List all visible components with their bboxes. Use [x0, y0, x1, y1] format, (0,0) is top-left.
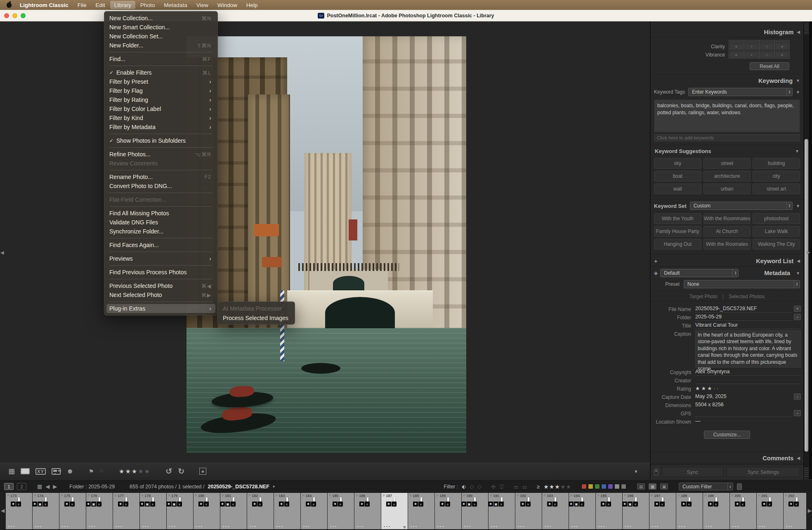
people-view-icon[interactable]: ☻: [66, 468, 74, 475]
develop-adjustment-badge-icon[interactable]: ±: [579, 502, 584, 506]
loupe-photo-venice-canal[interactable]: [186, 36, 466, 453]
filmstrip-thumbnail-cell[interactable]: ⚐ 176 ⬥ ▣ ± ⋆⋆⋆: [86, 493, 113, 529]
menu-item[interactable]: Filter by Color Label ›: [106, 104, 215, 113]
rating-operator[interactable]: ≥: [537, 484, 540, 490]
thumbnail-rating-stars[interactable]: ⋆⋆⋆: [354, 525, 364, 528]
metadata-field-action-icon[interactable]: →: [794, 410, 801, 416]
keyword-tags-mode-dropdown[interactable]: Enter Keywords: [688, 88, 793, 96]
stepper-icon[interactable]: [732, 269, 738, 277]
develop-adjustment-badge-icon[interactable]: ±: [257, 502, 262, 506]
menu-item[interactable]: Filter by Flag ›: [106, 86, 215, 95]
metadata-field-value[interactable]: —: [695, 418, 801, 425]
stepper-icon[interactable]: [794, 280, 800, 288]
menubar-item-library[interactable]: Library: [110, 1, 135, 9]
metadata-view-switch-icon[interactable]: ◈: [654, 270, 658, 276]
keyword-tag-badge-icon[interactable]: ⬥: [413, 502, 418, 506]
crop-badge-icon[interactable]: ▣: [493, 502, 498, 506]
develop-adjustment-badge-icon[interactable]: ±: [687, 502, 692, 506]
keyword-tag-badge-icon[interactable]: ⬥: [252, 502, 257, 506]
comments-panel-header[interactable]: Comments ◀: [651, 452, 803, 464]
metadata-field-value[interactable]: May 29, 2025: [695, 393, 792, 400]
metadata-field-value[interactable]: 5504 x 8256: [695, 402, 801, 409]
metadata-field-value[interactable]: ★ ★ ★ · ·: [695, 385, 801, 392]
keyword-set-button[interactable]: Family House Party: [654, 226, 701, 237]
filmstrip-thumbnail-cell[interactable]: ⚐ 183 ⬥ ± ⋆⋆⋆: [274, 493, 300, 529]
menubar-item-photo[interactable]: Photo: [136, 1, 159, 9]
color-label-chip[interactable]: [614, 484, 620, 489]
menu-item[interactable]: Filter by Rating ›: [106, 95, 215, 104]
keyword-suggestion-button[interactable]: boat: [654, 171, 701, 181]
thumbnail-rating-stars[interactable]: ⋆⋆⋆: [676, 525, 686, 528]
develop-adjustment-badge-icon[interactable]: ±: [418, 502, 423, 506]
filmstrip-thumbnail-cell[interactable]: ⚐ 195 ⬥ ± ⋆⋆⋆: [596, 493, 622, 529]
develop-adjustment-badge-icon[interactable]: ±: [204, 502, 209, 506]
develop-adjustment-badge-icon[interactable]: ±: [740, 502, 745, 506]
collapse-left-icon[interactable]: ◀: [797, 259, 800, 263]
submenu-item[interactable]: AI Metadata Processor: [220, 304, 293, 313]
develop-adjustment-badge-icon[interactable]: ±: [43, 502, 48, 506]
collapse-down-icon[interactable]: ▼: [796, 271, 800, 276]
filter-flag-unflagged-icon[interactable]: ◇: [470, 483, 474, 490]
collapse-down-icon[interactable]: ▼: [796, 78, 800, 83]
keyword-list-header[interactable]: + Keyword List ◀: [651, 255, 803, 266]
selected-photos-button[interactable]: Selected Photos: [729, 294, 765, 299]
decrease-button[interactable]: ‹: [744, 43, 759, 50]
crop-badge-icon[interactable]: ▣: [38, 502, 42, 506]
increase-large-button[interactable]: »: [775, 43, 789, 50]
menu-item[interactable]: Filter by Metadata ›: [106, 122, 215, 132]
keyword-tag-badge-icon[interactable]: ⬥: [86, 502, 91, 506]
keyword-tag-badge-icon[interactable]: ⬥: [306, 502, 311, 506]
decrease-large-button[interactable]: «: [729, 52, 744, 58]
keyword-set-button[interactable]: Walking The City: [753, 239, 800, 250]
keyword-tag-badge-icon[interactable]: ⬥: [139, 502, 144, 506]
keyword-tag-badge-icon[interactable]: ⬥: [198, 502, 203, 506]
thumbnail-rating-stars[interactable]: ⋆⋆⋆: [86, 525, 96, 528]
menu-item[interactable]: New Collection Set...: [106, 32, 215, 41]
filmstrip-thumbnail-cell[interactable]: ⚐ 192 ⬥ ± ⋆⋆⋆: [515, 493, 542, 529]
develop-adjustment-badge-icon[interactable]: ±: [660, 502, 665, 506]
thumbnail-rating-stars[interactable]: ⋆⋆⋆: [730, 525, 739, 528]
develop-adjustment-badge-icon[interactable]: ±: [16, 502, 21, 506]
keyword-set-button[interactable]: With the Roommates: [703, 213, 751, 224]
thumbnail-rating-stars[interactable]: ⋆⋆⋆: [435, 525, 444, 528]
menubar-item-edit[interactable]: Edit: [92, 1, 109, 9]
rotate-left-icon[interactable]: ↺: [165, 467, 172, 475]
keyword-tag-badge-icon[interactable]: ⬥: [440, 502, 445, 506]
thumbnail-rating-stars[interactable]: ⋆⋆⋆: [220, 525, 230, 528]
menu-item[interactable]: Find Previous Process Photos: [106, 268, 215, 277]
develop-adjustment-badge-icon[interactable]: ±: [633, 502, 638, 506]
menu-item[interactable]: Plug-in Extras ›: [106, 304, 215, 313]
crop-badge-icon[interactable]: ▣: [145, 502, 150, 506]
menu-item[interactable]: Previews ›: [106, 254, 215, 263]
menu-item[interactable]: Rename Photo... F2: [106, 172, 215, 181]
filmstrip-thumbnail-cell[interactable]: ⚐ 179 ⬥ ▣ ± ⋆⋆⋆: [167, 493, 193, 529]
filter-edit-status-icon[interactable]: ⎆: [491, 483, 496, 490]
color-label-chip[interactable]: [601, 484, 607, 489]
keyword-tag-badge-icon[interactable]: ⬥: [220, 502, 225, 506]
develop-adjustment-badge-icon[interactable]: ±: [606, 502, 611, 506]
flag-reject-icon[interactable]: ⚐: [99, 469, 104, 474]
survey-view-icon[interactable]: [52, 468, 61, 475]
rotate-right-icon[interactable]: ↻: [178, 467, 184, 475]
sync-button[interactable]: Sync: [662, 467, 723, 477]
thumbnail-rating-stars[interactable]: ⋆⋆⋆: [167, 525, 176, 528]
develop-adjustment-badge-icon[interactable]: ±: [713, 502, 718, 506]
crop-badge-icon[interactable]: ▣: [225, 502, 230, 506]
filmstrip-thumbnail-cell[interactable]: ⚐ 185 ⬥ ± ⋆⋆⋆: [328, 493, 354, 529]
increase-button[interactable]: ›: [760, 52, 774, 58]
filmstrip-thumbnail-cell[interactable]: ⚐ 187 ⬥ ± ⋆⋆⋆: [381, 493, 408, 529]
keyword-tag-badge-icon[interactable]: ⬥: [279, 502, 284, 506]
filter-adjustment-icon[interactable]: ⚌: [514, 483, 519, 490]
keyword-set-dropdown[interactable]: Custom: [690, 202, 793, 210]
compare-view-icon[interactable]: XY: [35, 468, 46, 475]
stepper-icon[interactable]: [727, 483, 733, 490]
keyword-tag-badge-icon[interactable]: ⬥: [622, 502, 627, 506]
menu-item[interactable]: Flat-Field Correction...: [106, 195, 215, 204]
selected-filename[interactable]: 20250529-_DSC5728.NEF: [208, 484, 269, 490]
develop-adjustment-badge-icon[interactable]: ±: [338, 502, 343, 506]
thumbnail-rating-stars[interactable]: ⋆⋆⋆: [489, 525, 498, 528]
scrollbar-top-grip[interactable]: [804, 24, 809, 34]
menubar-item-help[interactable]: Help: [242, 1, 262, 9]
develop-adjustment-badge-icon[interactable]: ±: [472, 502, 477, 506]
develop-adjustment-badge-icon[interactable]: ±: [365, 502, 370, 506]
